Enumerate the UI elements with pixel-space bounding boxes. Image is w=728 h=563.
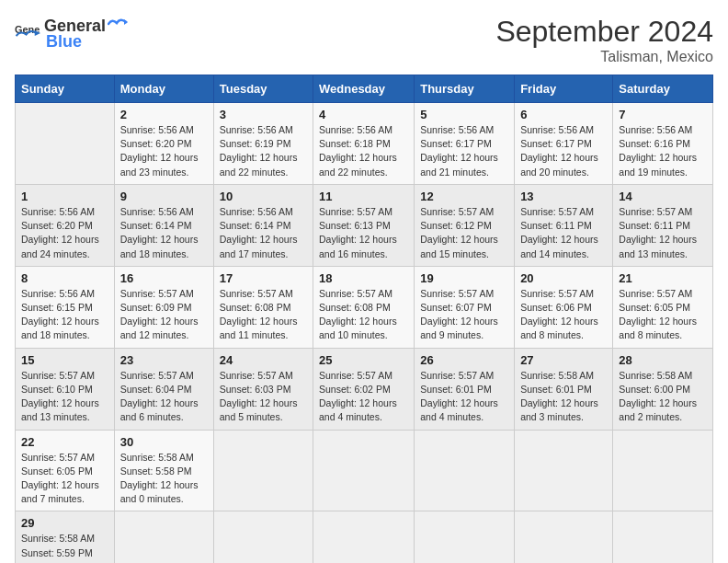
day-number: 2 bbox=[120, 108, 208, 121]
calendar-week-row: 29Sunrise: 5:58 AM Sunset: 5:59 PM Dayli… bbox=[16, 511, 713, 563]
svg-marker-2 bbox=[124, 19, 128, 25]
day-number: 24 bbox=[220, 353, 307, 367]
title-area: September 2024 Talisman, Mexico bbox=[495, 15, 713, 65]
calendar-cell bbox=[415, 511, 515, 563]
day-number: 27 bbox=[520, 353, 607, 367]
calendar-week-row: 1Sunrise: 5:56 AM Sunset: 6:20 PM Daylig… bbox=[16, 184, 713, 266]
location-title: Talisman, Mexico bbox=[495, 49, 713, 65]
calendar-cell: 19Sunrise: 5:57 AM Sunset: 6:07 PM Dayli… bbox=[415, 266, 515, 348]
day-info: Sunrise: 5:57 AM Sunset: 6:09 PM Dayligh… bbox=[120, 287, 208, 343]
calendar-cell: 21Sunrise: 5:57 AM Sunset: 6:05 PM Dayli… bbox=[613, 266, 713, 348]
day-info: Sunrise: 5:56 AM Sunset: 6:15 PM Dayligh… bbox=[21, 287, 108, 343]
calendar-cell bbox=[415, 430, 515, 511]
day-number: 25 bbox=[319, 353, 408, 367]
calendar-cell: 22Sunrise: 5:57 AM Sunset: 6:05 PM Dayli… bbox=[16, 430, 115, 511]
calendar-cell: 13Sunrise: 5:57 AM Sunset: 6:11 PM Dayli… bbox=[515, 184, 613, 266]
day-info: Sunrise: 5:57 AM Sunset: 6:07 PM Dayligh… bbox=[420, 287, 508, 343]
calendar-cell bbox=[16, 103, 115, 185]
calendar-cell: 14Sunrise: 5:57 AM Sunset: 6:11 PM Dayli… bbox=[613, 184, 713, 266]
day-info: Sunrise: 5:58 AM Sunset: 6:00 PM Dayligh… bbox=[619, 369, 707, 425]
calendar-cell: 23Sunrise: 5:57 AM Sunset: 6:04 PM Dayli… bbox=[114, 348, 213, 430]
day-number: 3 bbox=[220, 108, 307, 121]
calendar-cell: 3Sunrise: 5:56 AM Sunset: 6:19 PM Daylig… bbox=[213, 103, 313, 185]
calendar-cell bbox=[613, 511, 713, 563]
column-header-sunday: Sunday bbox=[16, 75, 115, 103]
day-number: 9 bbox=[120, 190, 208, 203]
column-header-tuesday: Tuesday bbox=[213, 75, 313, 103]
calendar-cell: 1Sunrise: 5:56 AM Sunset: 6:20 PM Daylig… bbox=[16, 184, 115, 266]
calendar-cell bbox=[613, 430, 713, 511]
calendar-cell: 20Sunrise: 5:57 AM Sunset: 6:06 PM Dayli… bbox=[515, 266, 613, 348]
day-number: 23 bbox=[120, 353, 208, 367]
day-info: Sunrise: 5:57 AM Sunset: 6:03 PM Dayligh… bbox=[220, 369, 307, 425]
day-number: 13 bbox=[520, 190, 607, 203]
calendar-cell: 16Sunrise: 5:57 AM Sunset: 6:09 PM Dayli… bbox=[114, 266, 213, 348]
day-number: 17 bbox=[220, 271, 307, 285]
day-info: Sunrise: 5:56 AM Sunset: 6:20 PM Dayligh… bbox=[21, 205, 108, 261]
day-info: Sunrise: 5:57 AM Sunset: 6:08 PM Dayligh… bbox=[220, 287, 307, 343]
day-info: Sunrise: 5:57 AM Sunset: 6:04 PM Dayligh… bbox=[120, 369, 208, 425]
day-number: 19 bbox=[420, 271, 508, 285]
calendar-cell: 24Sunrise: 5:57 AM Sunset: 6:03 PM Dayli… bbox=[213, 348, 313, 430]
column-header-saturday: Saturday bbox=[613, 75, 713, 103]
calendar-cell: 5Sunrise: 5:56 AM Sunset: 6:17 PM Daylig… bbox=[415, 103, 515, 185]
month-title: September 2024 bbox=[495, 15, 713, 49]
calendar-cell bbox=[515, 430, 613, 511]
day-number: 22 bbox=[21, 435, 108, 449]
day-number: 8 bbox=[21, 271, 108, 285]
calendar-cell: 30Sunrise: 5:58 AM Sunset: 5:58 PM Dayli… bbox=[114, 430, 213, 511]
day-info: Sunrise: 5:57 AM Sunset: 6:10 PM Dayligh… bbox=[21, 369, 108, 425]
day-number: 16 bbox=[120, 271, 208, 285]
day-number: 11 bbox=[319, 190, 408, 203]
day-number: 20 bbox=[520, 271, 607, 285]
day-info: Sunrise: 5:57 AM Sunset: 6:13 PM Dayligh… bbox=[319, 205, 408, 261]
column-header-thursday: Thursday bbox=[415, 75, 515, 103]
day-number: 1 bbox=[21, 190, 108, 203]
day-info: Sunrise: 5:56 AM Sunset: 6:14 PM Dayligh… bbox=[220, 205, 307, 261]
calendar-cell bbox=[313, 511, 415, 563]
day-info: Sunrise: 5:56 AM Sunset: 6:14 PM Dayligh… bbox=[120, 205, 208, 261]
day-info: Sunrise: 5:57 AM Sunset: 6:05 PM Dayligh… bbox=[619, 287, 707, 343]
calendar-week-row: 22Sunrise: 5:57 AM Sunset: 6:05 PM Dayli… bbox=[16, 430, 713, 511]
calendar-week-row: 8Sunrise: 5:56 AM Sunset: 6:15 PM Daylig… bbox=[16, 266, 713, 348]
day-number: 5 bbox=[420, 108, 508, 121]
day-number: 29 bbox=[21, 516, 108, 530]
day-info: Sunrise: 5:57 AM Sunset: 6:05 PM Dayligh… bbox=[21, 451, 108, 507]
column-header-friday: Friday bbox=[515, 75, 613, 103]
day-info: Sunrise: 5:57 AM Sunset: 6:12 PM Dayligh… bbox=[420, 205, 508, 261]
calendar-cell: 18Sunrise: 5:57 AM Sunset: 6:08 PM Dayli… bbox=[313, 266, 415, 348]
day-info: Sunrise: 5:57 AM Sunset: 6:11 PM Dayligh… bbox=[619, 205, 707, 261]
day-info: Sunrise: 5:56 AM Sunset: 6:17 PM Dayligh… bbox=[420, 123, 508, 179]
calendar-cell: 25Sunrise: 5:57 AM Sunset: 6:02 PM Dayli… bbox=[313, 348, 415, 430]
column-header-monday: Monday bbox=[114, 75, 213, 103]
day-info: Sunrise: 5:57 AM Sunset: 6:01 PM Dayligh… bbox=[420, 369, 508, 425]
calendar-week-row: 2Sunrise: 5:56 AM Sunset: 6:20 PM Daylig… bbox=[16, 103, 713, 185]
calendar-cell: 11Sunrise: 5:57 AM Sunset: 6:13 PM Dayli… bbox=[313, 184, 415, 266]
calendar-cell: 10Sunrise: 5:56 AM Sunset: 6:14 PM Dayli… bbox=[213, 184, 313, 266]
day-number: 15 bbox=[21, 353, 108, 367]
day-number: 10 bbox=[220, 190, 307, 203]
calendar-cell: 8Sunrise: 5:56 AM Sunset: 6:15 PM Daylig… bbox=[16, 266, 115, 348]
calendar-week-row: 15Sunrise: 5:57 AM Sunset: 6:10 PM Dayli… bbox=[16, 348, 713, 430]
day-number: 21 bbox=[619, 271, 707, 285]
logo: General General Blue bbox=[15, 15, 130, 52]
column-header-wednesday: Wednesday bbox=[313, 75, 415, 103]
calendar-cell bbox=[313, 430, 415, 511]
day-info: Sunrise: 5:57 AM Sunset: 6:08 PM Dayligh… bbox=[319, 287, 408, 343]
day-info: Sunrise: 5:56 AM Sunset: 6:17 PM Dayligh… bbox=[520, 123, 607, 179]
day-number: 30 bbox=[120, 435, 208, 449]
header: General General Blue September 2024 Tali… bbox=[15, 15, 713, 65]
day-number: 14 bbox=[619, 190, 707, 203]
calendar-cell: 6Sunrise: 5:56 AM Sunset: 6:17 PM Daylig… bbox=[515, 103, 613, 185]
day-info: Sunrise: 5:58 AM Sunset: 5:59 PM Dayligh… bbox=[21, 532, 108, 563]
calendar-cell: 26Sunrise: 5:57 AM Sunset: 6:01 PM Dayli… bbox=[415, 348, 515, 430]
logo-icon: General bbox=[15, 23, 40, 43]
day-number: 26 bbox=[420, 353, 508, 367]
calendar-cell: 2Sunrise: 5:56 AM Sunset: 6:20 PM Daylig… bbox=[114, 103, 213, 185]
calendar-cell: 9Sunrise: 5:56 AM Sunset: 6:14 PM Daylig… bbox=[114, 184, 213, 266]
calendar-header-row: SundayMondayTuesdayWednesdayThursdayFrid… bbox=[16, 75, 713, 103]
calendar-cell bbox=[213, 511, 313, 563]
day-info: Sunrise: 5:56 AM Sunset: 6:19 PM Dayligh… bbox=[220, 123, 307, 179]
calendar-cell: 29Sunrise: 5:58 AM Sunset: 5:59 PM Dayli… bbox=[16, 511, 115, 563]
day-info: Sunrise: 5:58 AM Sunset: 5:58 PM Dayligh… bbox=[120, 451, 208, 507]
